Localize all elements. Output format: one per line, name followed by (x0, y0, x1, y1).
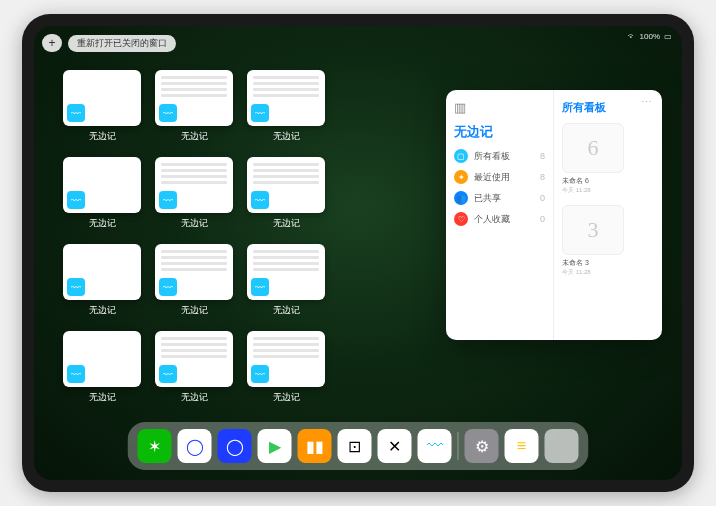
dock-quark-icon[interactable]: ◯ (218, 429, 252, 463)
window-thumb[interactable]: 〰无边记 (244, 331, 328, 404)
board-label: 未命名 3 (562, 258, 654, 268)
freeform-icon: 〰 (251, 365, 269, 383)
window-thumb[interactable]: 〰无边记 (152, 157, 236, 230)
window-thumb[interactable]: 〰无边记 (152, 244, 236, 317)
freeform-icon: 〰 (251, 191, 269, 209)
reopen-closed-window-button[interactable]: 重新打开已关闭的窗口 (68, 35, 176, 52)
thumb-label: 无边记 (181, 391, 208, 404)
window-thumb[interactable]: 〰无边记 (60, 331, 144, 404)
category-icon: ▢ (454, 149, 468, 163)
category-label: 已共享 (474, 192, 501, 205)
freeform-icon: 〰 (251, 104, 269, 122)
category-icon: ♡ (454, 212, 468, 226)
dock-play-icon[interactable]: ▶ (258, 429, 292, 463)
freeform-icon: 〰 (159, 104, 177, 122)
category-label: 个人收藏 (474, 213, 510, 226)
status-bar: ᯤ 100% ▭ (628, 32, 672, 41)
thumb-label: 无边记 (273, 304, 300, 317)
thumb-label: 无边记 (273, 130, 300, 143)
more-icon[interactable]: ⋯ (641, 96, 652, 109)
category-icon: 👥 (454, 191, 468, 205)
board-item[interactable]: 3未命名 3今天 11:28 (562, 205, 654, 277)
category-count: 8 (540, 172, 545, 182)
freeform-icon: 〰 (67, 365, 85, 383)
window-thumb[interactable]: 〰无边记 (152, 70, 236, 143)
category-icon: ✦ (454, 170, 468, 184)
freeform-popover[interactable]: ⋯ ▥ 无边记 ▢所有看板8✦最近使用8👥已共享0♡个人收藏0 所有看板 6未命… (446, 90, 662, 340)
freeform-icon: 〰 (67, 278, 85, 296)
top-controls: + 重新打开已关闭的窗口 (42, 34, 176, 52)
thumb-label: 无边记 (273, 217, 300, 230)
new-window-button[interactable]: + (42, 34, 62, 52)
battery-icon: ▭ (664, 32, 672, 41)
dock-app-library-icon[interactable] (545, 429, 579, 463)
thumb-label: 无边记 (273, 391, 300, 404)
screen: + 重新打开已关闭的窗口 ᯤ 100% ▭ 〰无边记〰无边记〰无边记〰无边记〰无… (34, 26, 682, 480)
thumb-label: 无边记 (181, 304, 208, 317)
window-thumb[interactable]: 〰无边记 (244, 157, 328, 230)
freeform-icon: 〰 (159, 365, 177, 383)
freeform-icon: 〰 (159, 278, 177, 296)
dock-freeform-icon[interactable]: 〰 (418, 429, 452, 463)
dock-connect-icon[interactable]: ✕ (378, 429, 412, 463)
board-time: 今天 11:28 (562, 186, 654, 195)
dock-settings-icon[interactable]: ⚙ (465, 429, 499, 463)
popover-sidebar: ▥ 无边记 ▢所有看板8✦最近使用8👥已共享0♡个人收藏0 (446, 90, 554, 340)
thumb-label: 无边记 (89, 130, 116, 143)
thumb-label: 无边记 (89, 304, 116, 317)
thumb-label: 无边记 (89, 217, 116, 230)
dock-wechat-icon[interactable]: ✶ (138, 429, 172, 463)
ipad-frame: + 重新打开已关闭的窗口 ᯤ 100% ▭ 〰无边记〰无边记〰无边记〰无边记〰无… (22, 14, 694, 492)
board-item[interactable]: 6未命名 6今天 11:28 (562, 123, 654, 195)
sidebar-title: 无边记 (454, 123, 545, 141)
freeform-icon: 〰 (159, 191, 177, 209)
sidebar-item[interactable]: ▢所有看板8 (454, 149, 545, 163)
window-thumb[interactable]: 〰无边记 (244, 244, 328, 317)
board-time: 今天 11:28 (562, 268, 654, 277)
window-thumb[interactable]: 〰无边记 (152, 331, 236, 404)
window-thumb[interactable]: 〰无边记 (60, 244, 144, 317)
battery-percent: 100% (640, 32, 660, 41)
freeform-icon: 〰 (67, 104, 85, 122)
wifi-icon: ᯤ (628, 32, 636, 41)
dock-quark-hd-icon[interactable]: ◯ (178, 429, 212, 463)
sidebar-item[interactable]: ♡个人收藏0 (454, 212, 545, 226)
category-label: 所有看板 (474, 150, 510, 163)
dock-dice-icon[interactable]: ⊡ (338, 429, 372, 463)
app-expose-grid: 〰无边记〰无边记〰无边记〰无边记〰无边记〰无边记〰无边记〰无边记〰无边记〰无边记… (60, 70, 420, 404)
board-thumb: 3 (562, 205, 624, 255)
category-count: 0 (540, 214, 545, 224)
category-count: 0 (540, 193, 545, 203)
freeform-icon: 〰 (251, 278, 269, 296)
board-label: 未命名 6 (562, 176, 654, 186)
freeform-icon: 〰 (67, 191, 85, 209)
dock-books-icon[interactable]: ▮▮ (298, 429, 332, 463)
category-label: 最近使用 (474, 171, 510, 184)
sidebar-item[interactable]: 👥已共享0 (454, 191, 545, 205)
sidebar-toggle-icon[interactable]: ▥ (454, 100, 545, 115)
category-count: 8 (540, 151, 545, 161)
dock-separator (458, 432, 459, 460)
window-thumb[interactable]: 〰无边记 (244, 70, 328, 143)
sidebar-item[interactable]: ✦最近使用8 (454, 170, 545, 184)
dock-notes-icon[interactable]: ≡ (505, 429, 539, 463)
thumb-label: 无边记 (89, 391, 116, 404)
window-thumb[interactable]: 〰无边记 (60, 70, 144, 143)
thumb-label: 无边记 (181, 130, 208, 143)
dock: ✶◯◯▶▮▮⊡✕〰⚙≡ (128, 422, 589, 470)
thumb-label: 无边记 (181, 217, 208, 230)
window-thumb[interactable]: 〰无边记 (60, 157, 144, 230)
board-thumb: 6 (562, 123, 624, 173)
popover-content: 所有看板 6未命名 6今天 11:283未命名 3今天 11:28 (554, 90, 662, 340)
